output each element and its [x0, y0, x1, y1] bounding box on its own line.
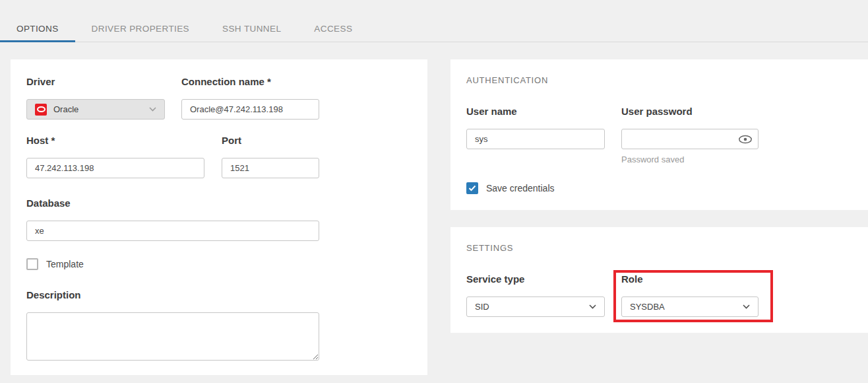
driver-select[interactable]: Oracle [26, 99, 165, 120]
template-checkbox[interactable] [26, 258, 38, 270]
service-type-value: SID [475, 302, 489, 312]
tab-access[interactable]: ACCESS [297, 15, 369, 42]
driver-label: Driver [26, 75, 165, 88]
tab-driver-properties[interactable]: DRIVER PROPERTIES [75, 15, 206, 42]
port-label: Port [222, 134, 319, 147]
eye-icon [738, 134, 753, 144]
password-saved-hint: Password saved [621, 155, 759, 164]
tab-ssh-tunnel[interactable]: SSH TUNNEL [206, 15, 297, 42]
chevron-down-icon [743, 304, 750, 309]
template-label: Template [46, 259, 84, 269]
database-input[interactable] [26, 221, 319, 241]
save-credentials-label: Save credentials [486, 183, 555, 193]
password-visibility-toggle[interactable] [738, 134, 753, 144]
connection-name-input[interactable] [181, 99, 319, 120]
port-input[interactable] [222, 158, 319, 178]
connection-options-card: Driver Oracle Connection name * Host * [11, 59, 427, 375]
host-input[interactable] [26, 158, 204, 178]
chevron-down-icon [589, 304, 596, 309]
settings-heading: SETTINGS [466, 243, 852, 253]
role-select[interactable]: SYSDBA [621, 296, 759, 317]
database-label: Database [26, 197, 412, 210]
authentication-card: AUTHENTICATION User name User password P… [450, 59, 868, 210]
tab-bar: OPTIONS DRIVER PROPERTIES SSH TUNNEL ACC… [0, 0, 868, 42]
oracle-driver-icon [35, 104, 47, 116]
settings-card: SETTINGS Service type SID Role SYSDBA [450, 227, 868, 333]
authentication-heading: AUTHENTICATION [466, 75, 852, 85]
service-type-label: Service type [466, 273, 605, 286]
role-value: SYSDBA [630, 302, 665, 312]
user-password-label: User password [621, 105, 759, 118]
user-name-label: User name [466, 105, 605, 118]
connection-name-label: Connection name * [181, 75, 319, 88]
driver-select-value: Oracle [53, 104, 78, 114]
tab-options[interactable]: OPTIONS [0, 15, 75, 42]
user-name-input[interactable] [466, 129, 605, 149]
description-textarea[interactable] [26, 312, 319, 361]
save-credentials-checkbox[interactable] [466, 182, 478, 194]
service-type-select[interactable]: SID [466, 296, 605, 317]
role-label: Role [621, 273, 759, 286]
chevron-down-icon [149, 107, 156, 112]
host-label: Host * [26, 134, 204, 147]
checkmark-icon [468, 185, 476, 192]
description-label: Description [26, 289, 412, 302]
